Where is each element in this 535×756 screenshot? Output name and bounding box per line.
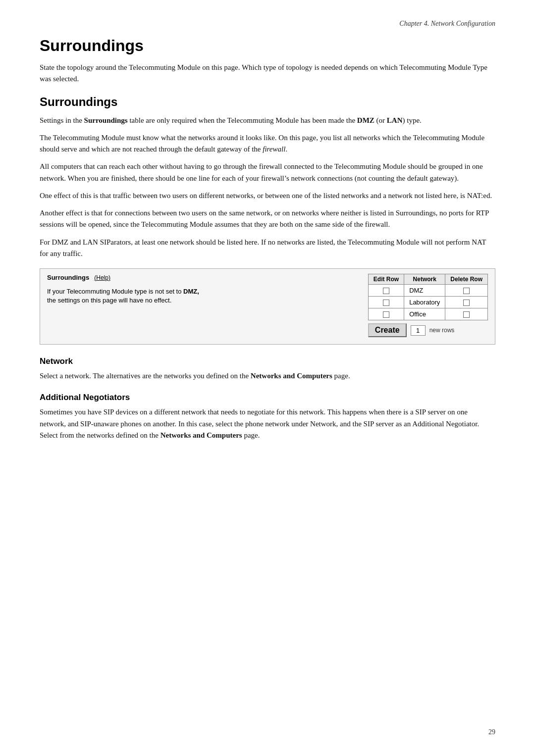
table-row: Laboratory: [368, 297, 487, 308]
checkbox-delete-2[interactable]: [463, 300, 470, 306]
network-section-text: Select a network. The alternatives are t…: [40, 370, 495, 382]
create-button[interactable]: Create: [368, 323, 407, 337]
create-count-input[interactable]: [411, 325, 426, 336]
new-rows-label: new rows: [429, 327, 455, 334]
edit-row-checkbox-1[interactable]: [368, 285, 404, 297]
col-header-delete-row: Delete Row: [445, 274, 488, 285]
table-row: DMZ: [368, 285, 487, 297]
checkbox-edit-3[interactable]: [383, 311, 389, 318]
paragraph-3: All computers that can reach each other …: [40, 161, 495, 184]
paragraph-5: Another effect is that for connections b…: [40, 207, 495, 231]
delete-row-checkbox-2[interactable]: [445, 297, 488, 308]
chapter-header-text: Chapter 4. Network Configuration: [399, 20, 495, 27]
paragraph-2: The Telecommuting Module must know what …: [40, 132, 495, 155]
checkbox-delete-3[interactable]: [463, 311, 470, 318]
checkbox-edit-2[interactable]: [383, 300, 389, 306]
intro-paragraph-text: State the topology around the Telecommut…: [40, 63, 487, 83]
network-name-3: Office: [404, 308, 445, 320]
delete-row-checkbox-1[interactable]: [445, 285, 488, 297]
surroundings-widget: Surroundings (Help) If your Telecommutin…: [40, 268, 495, 345]
edit-row-checkbox-3[interactable]: [368, 308, 404, 320]
checkbox-edit-1[interactable]: [383, 288, 389, 294]
additional-negotiators-title: Additional Negotiators: [40, 393, 495, 403]
table-row: Office: [368, 308, 487, 320]
paragraph-6: For DMZ and LAN SIParators, at least one…: [40, 237, 495, 260]
checkbox-delete-1[interactable]: [463, 288, 470, 294]
col-header-edit-row: Edit Row: [368, 274, 404, 285]
page-title: Surroundings: [40, 37, 495, 55]
edit-row-checkbox-2[interactable]: [368, 297, 404, 308]
section-title: Surroundings: [40, 95, 495, 109]
network-section-title: Network: [40, 356, 495, 366]
widget-left-panel: Surroundings (Help) If your Telecommutin…: [47, 274, 358, 305]
surroundings-table: Edit Row Network Delete Row DMZ Laborato…: [368, 274, 488, 320]
paragraph-1: Settings in the Surroundings table are o…: [40, 115, 495, 126]
delete-row-checkbox-3[interactable]: [445, 308, 488, 320]
intro-paragraph: State the topology around the Telecommut…: [40, 62, 495, 85]
create-row-controls: Create new rows: [368, 323, 488, 337]
col-header-network: Network: [404, 274, 445, 285]
widget-warning-text: If your Telecommuting Module type is not…: [47, 287, 358, 305]
chapter-header: Chapter 4. Network Configuration: [40, 20, 495, 28]
widget-title-bar: Surroundings (Help): [47, 274, 358, 281]
network-name-2: Laboratory: [404, 297, 445, 308]
widget-title-label: Surroundings: [47, 274, 89, 281]
widget-right-panel: Edit Row Network Delete Row DMZ Laborato…: [368, 274, 488, 337]
widget-help-link[interactable]: (Help): [94, 274, 110, 281]
paragraph-4: One effect of this is that traffic betwe…: [40, 190, 495, 202]
page-number: 29: [488, 728, 495, 736]
additional-negotiators-text: Sometimes you have SIP devices on a diff…: [40, 406, 495, 441]
network-name-1: DMZ: [404, 285, 445, 297]
